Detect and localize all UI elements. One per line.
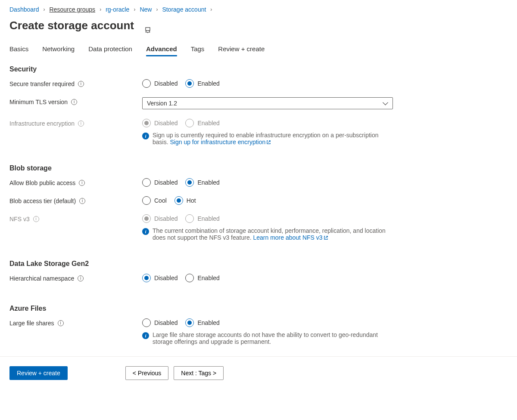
info-icon[interactable]: i: [78, 81, 84, 87]
tab-tags[interactable]: Tags: [191, 43, 205, 56]
next-button[interactable]: Next : Tags >: [174, 366, 224, 380]
tab-advanced[interactable]: Advanced: [146, 43, 177, 56]
blob-public-radio-group: Disabled Enabled: [142, 178, 393, 187]
label-large-file-shares: Large file shares: [9, 320, 54, 327]
breadcrumb-new[interactable]: New: [140, 6, 152, 13]
secure-transfer-enabled[interactable]: Enabled: [185, 79, 219, 88]
nfs-disabled: Disabled: [142, 214, 178, 223]
tabs: Basics Networking Data protection Advanc…: [9, 43, 508, 56]
section-security: Security: [9, 65, 508, 73]
info-icon[interactable]: i: [58, 320, 64, 326]
nfs-info: i The current combination of storage acc…: [142, 227, 393, 241]
section-data-lake: Data Lake Storage Gen2: [9, 260, 508, 268]
previous-button[interactable]: < Previous: [125, 366, 169, 380]
pin-icon[interactable]: [144, 27, 151, 35]
chevron-right-icon: ›: [44, 6, 45, 12]
infra-encryption-enabled: Enabled: [185, 119, 219, 127]
chevron-right-icon: ›: [134, 6, 135, 12]
breadcrumb-rg-oracle[interactable]: rg-oracle: [106, 6, 129, 13]
wizard-footer: Review + create < Previous Next : Tags >: [0, 356, 517, 389]
secure-transfer-disabled[interactable]: Disabled: [142, 79, 178, 88]
large-files-disabled[interactable]: Disabled: [142, 318, 178, 327]
secure-transfer-radio-group: Disabled Enabled: [142, 79, 393, 88]
large-files-info: i Large file share storage accounts do n…: [142, 331, 393, 345]
external-link-icon: [266, 139, 271, 144]
chevron-right-icon: ›: [100, 6, 101, 12]
tab-basics[interactable]: Basics: [9, 43, 28, 56]
blob-public-enabled[interactable]: Enabled: [185, 178, 219, 187]
blob-public-disabled[interactable]: Disabled: [142, 178, 178, 187]
external-link-icon: [324, 235, 328, 239]
info-icon[interactable]: i: [79, 198, 85, 204]
label-blob-access-tier: Blob access tier (default): [9, 198, 76, 204]
large-files-enabled[interactable]: Enabled: [185, 318, 219, 327]
label-nfs: NFS v3: [9, 216, 30, 222]
label-blob-public-access: Allow Blob public access: [9, 179, 75, 186]
info-icon[interactable]: i: [71, 99, 77, 105]
label-secure-transfer: Secure transfer required: [9, 80, 75, 87]
page-title: Create storage account: [9, 19, 134, 32]
label-infra-encryption: Infrastructure encryption: [9, 120, 75, 127]
breadcrumb-resource-groups[interactable]: Resource groups: [50, 6, 96, 13]
blob-tier-hot[interactable]: Hot: [174, 196, 196, 205]
info-icon[interactable]: i: [78, 275, 84, 281]
blob-tier-cool[interactable]: Cool: [142, 196, 167, 205]
chevron-right-icon: ›: [210, 6, 212, 12]
breadcrumb-dashboard[interactable]: Dashboard: [9, 6, 39, 13]
tab-data-protection[interactable]: Data protection: [88, 43, 132, 56]
hns-disabled[interactable]: Disabled: [142, 274, 178, 282]
info-badge-icon: i: [142, 228, 149, 235]
min-tls-select[interactable]: Version 1.2: [142, 97, 393, 109]
nfs-learn-more-link[interactable]: Learn more about NFS v3: [253, 234, 328, 241]
svg-rect-0: [146, 28, 150, 31]
breadcrumb: Dashboard › Resource groups › rg-oracle …: [9, 4, 508, 19]
hns-enabled[interactable]: Enabled: [185, 274, 219, 282]
hns-radio-group: Disabled Enabled: [142, 274, 393, 282]
info-icon[interactable]: i: [78, 120, 84, 127]
section-azure-files: Azure Files: [9, 305, 508, 312]
info-icon[interactable]: i: [33, 216, 39, 222]
infra-encryption-radio-group: Disabled Enabled: [142, 119, 393, 127]
infra-encryption-signup-link[interactable]: Sign up for infrastructure encryption: [170, 139, 271, 145]
label-min-tls: Minimum TLS version: [9, 99, 68, 105]
review-create-button[interactable]: Review + create: [9, 366, 68, 380]
blob-tier-radio-group: Cool Hot: [142, 196, 393, 205]
section-blob-storage: Blob storage: [9, 164, 508, 172]
nfs-radio-group: Disabled Enabled: [142, 214, 393, 223]
breadcrumb-storage-account[interactable]: Storage account: [162, 6, 206, 13]
nfs-enabled: Enabled: [185, 214, 219, 223]
chevron-right-icon: ›: [156, 6, 158, 12]
infra-encryption-info: i Sign up is currently required to enabl…: [142, 132, 393, 145]
large-files-radio-group: Disabled Enabled: [142, 318, 393, 327]
info-badge-icon: i: [142, 133, 149, 139]
info-icon[interactable]: i: [79, 180, 85, 186]
tab-networking[interactable]: Networking: [42, 43, 75, 56]
label-hierarchical-namespace: Hierarchical namespace: [9, 275, 74, 282]
infra-encryption-disabled: Disabled: [142, 119, 178, 127]
tab-review[interactable]: Review + create: [218, 43, 265, 56]
info-badge-icon: i: [142, 332, 149, 339]
